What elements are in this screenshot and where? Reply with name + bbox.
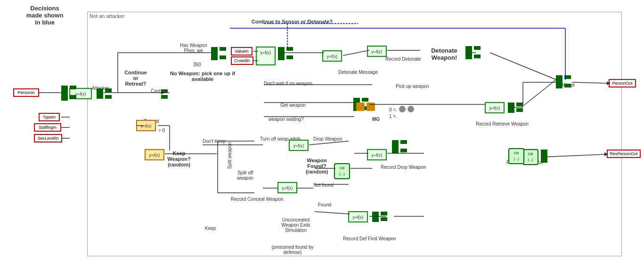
detonate-message-label: Detonate Message xyxy=(338,70,378,75)
typeIn-port: TypeIn xyxy=(39,113,60,121)
crowdIn-port: CrowdIn xyxy=(231,56,253,65)
split-weapon-label: Split weapon xyxy=(218,142,241,189)
attacker-label: Attacker xyxy=(92,86,109,91)
personOut-port: PersonOut xyxy=(609,79,636,87)
revPersonOut-port: RevPersonOut xyxy=(607,150,641,158)
reverse-direction-label: Reverse direction xyxy=(506,160,543,165)
dont-wait-label: Don't wait if no weapon xyxy=(264,81,312,86)
presumed-found-label: (presumed found by defense) xyxy=(262,245,323,255)
merge-label: Merge xyxy=(562,82,575,87)
record-retrieve-weapon-label: Record Retrieve Weapon xyxy=(476,121,529,127)
svg-rect-24 xyxy=(70,95,76,99)
keep-weapon-label: Keep Weapon? (random) xyxy=(160,150,198,167)
found-label: Found xyxy=(318,202,331,207)
get-weapon-label: Get weapon xyxy=(280,103,306,108)
weapon-found-label: Weapon Found? (random) xyxy=(299,158,334,174)
record-conceal-weapon-label: Record Conceal Weapon xyxy=(231,197,284,202)
detonate-weapon-label: Detonate Weapon! xyxy=(423,47,465,61)
one-equals-label: 1 =. xyxy=(389,114,397,119)
drop-weapon-label: Drop Weapon xyxy=(313,136,342,142)
turn-off-label: Turn off weap attrib xyxy=(260,136,301,142)
keep-label: Keep xyxy=(205,226,216,231)
weapon-waiting-label: weapon waiting? xyxy=(269,117,304,122)
val-350-label: 350 xyxy=(193,62,201,67)
secLevelIn-port: SecLevelIn xyxy=(34,134,62,142)
no-weapon-label: No Weapon: pick one up if available xyxy=(170,71,236,82)
record-def-find-weapon-label: Record Def Find Weapon xyxy=(343,236,396,241)
svg-text:y=f(x): y=f(x) xyxy=(75,92,86,96)
unconcealed-weapon-label: Unconcealed Weapon Exits Simulation xyxy=(268,217,324,233)
pick-up-weapon-label: Pick up weapon xyxy=(396,84,429,89)
svg-rect-23 xyxy=(70,86,76,89)
staffingIn-port: StaffingIn xyxy=(34,123,61,132)
outer-border xyxy=(87,12,622,256)
not-found-label: Not found xyxy=(313,182,334,188)
zero-equals-label: 0 =. xyxy=(389,107,397,112)
mg-label: MG xyxy=(372,117,380,122)
record-drop-weapon-label: Record Drop Weapon xyxy=(381,165,426,170)
equals-0-label: = 0 xyxy=(158,128,165,133)
has-weapon-label: Has Weapon Phys_we xyxy=(180,43,207,53)
not-an-attacker-label: Not an attacker xyxy=(90,13,125,19)
decisions-label: Decisions made shown in blue xyxy=(14,5,75,26)
svg-rect-22 xyxy=(61,86,68,101)
diagram-container: Decisions made shown in blue Not an atta… xyxy=(0,0,644,269)
personIn-port: PersonIn xyxy=(13,88,39,97)
valueIn-port: ValueIn xyxy=(231,47,253,55)
record-detonate-label: Record Detonate xyxy=(385,56,421,62)
cont-label: Cont. xyxy=(151,88,162,94)
continue-or-retreat-label: Continue or Retreat? xyxy=(117,70,155,87)
continue-to-sensor-label: Continue to Sensor or Detonate? xyxy=(231,19,353,24)
retreat-label: Retreat xyxy=(144,119,159,124)
